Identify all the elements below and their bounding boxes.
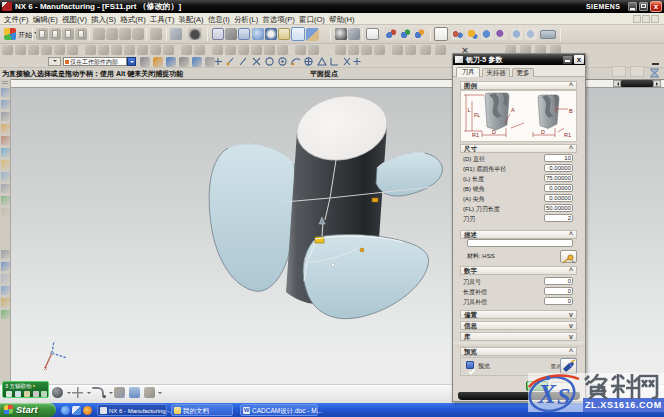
svg-text:L: L [468, 107, 471, 113]
svg-text:D: D [541, 129, 545, 135]
svg-text:B: B [569, 108, 573, 114]
svg-text:D: D [492, 129, 496, 135]
svg-text:A: A [511, 107, 515, 113]
svg-text:X: X [537, 379, 557, 409]
svg-text:R1: R1 [564, 132, 571, 138]
svg-text:R1: R1 [472, 132, 479, 138]
svg-text:S: S [557, 383, 570, 409]
svg-text:FL: FL [474, 112, 480, 118]
